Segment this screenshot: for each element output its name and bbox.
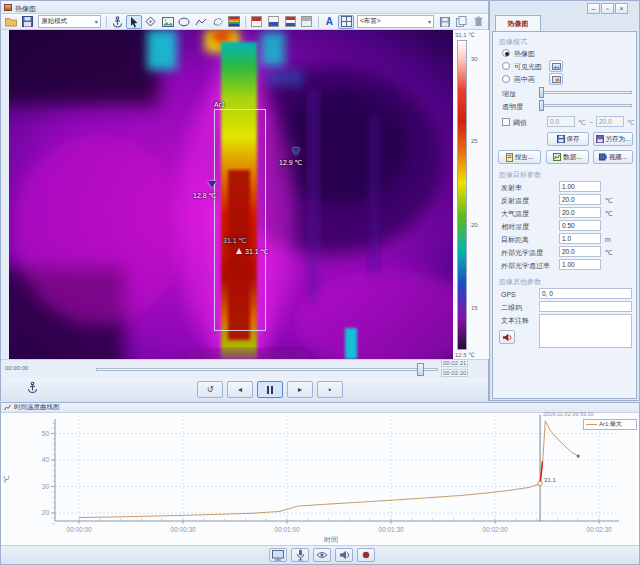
voice-note-button[interactable] (499, 330, 515, 344)
tab-thermal-image[interactable]: 热像图 (495, 15, 541, 31)
isotherm-below-button[interactable] (266, 15, 282, 29)
temperature-chart[interactable]: 2030405000:00:0000:00:3000:01:0000:01:30… (1, 413, 639, 546)
text-note-label: 文本注释 (501, 317, 529, 324)
stop-button[interactable]: ▪ (317, 381, 343, 398)
step-forward-button[interactable]: ▸ (287, 381, 313, 398)
svg-text:00:01:00: 00:01:00 (274, 526, 300, 533)
radio-visible-light[interactable] (502, 62, 510, 70)
microphone-button[interactable] (291, 548, 309, 562)
param-input-relative-humidity[interactable]: 0.50 (559, 220, 601, 231)
panel-restore-button[interactable]: ▫ (601, 3, 614, 14)
param-label-object-distance: 目标距离 (501, 236, 529, 243)
anchor-tool-button[interactable] (110, 15, 126, 29)
panel-content: 图像模式 热像图 可见光图 画中画 缩放 透明度 阈值 0.0 ℃ ~ 20.0… (492, 31, 637, 399)
panel-pin-button[interactable]: – (587, 3, 600, 14)
radio-thermal[interactable] (502, 49, 510, 57)
area-max-marker-icon (236, 248, 242, 254)
isotherm-off-button[interactable] (299, 15, 315, 29)
palette-button[interactable] (226, 15, 242, 29)
radio-picture-in-picture-label: 画中画 (514, 76, 535, 83)
grid-layout-button[interactable] (338, 15, 354, 29)
object-params-header: 图像目标参数 (499, 171, 541, 178)
eye-button[interactable] (313, 548, 331, 562)
param-input-external-optics-temp[interactable]: 20.0 (559, 246, 601, 257)
ellipse-tool-button[interactable] (176, 15, 192, 29)
text-note-input[interactable] (539, 314, 632, 348)
save-as-button[interactable]: 另存为... (593, 132, 633, 146)
speaker-button[interactable] (335, 548, 353, 562)
thermal-window-titlebar: 热像图 (1, 1, 488, 14)
param-input-object-distance[interactable]: 1.0 (559, 233, 601, 244)
video-button[interactable]: 视频... (593, 150, 633, 164)
colorbar-tick-20: 20 (471, 222, 478, 228)
param-unit: ℃ (605, 210, 613, 217)
param-unit: m (605, 236, 611, 243)
pointer-tool-button[interactable] (126, 15, 142, 29)
colorbar-tick-15: 15 (471, 305, 478, 311)
image-mode-header: 图像模式 (499, 38, 527, 45)
timeline-end-time-2: 00:02:20 (441, 369, 468, 377)
threshold-high-input[interactable]: 20.0 (596, 116, 624, 127)
svg-text:时间: 时间 (324, 536, 338, 544)
measurement-area-ar1[interactable] (214, 109, 266, 331)
timeline-end-time-1: 00:02:21 (441, 359, 468, 367)
text-annotation-button[interactable]: A (322, 15, 338, 29)
polygon-tool-button[interactable] (210, 15, 226, 29)
svg-text:31.1: 31.1 (544, 477, 556, 483)
opacity-slider-thumb[interactable] (539, 100, 544, 111)
param-input-emissivity[interactable]: 1.00 (559, 181, 601, 192)
threshold-low-input[interactable]: 0.0 (547, 116, 575, 127)
delete-layout-button[interactable] (470, 15, 486, 29)
pause-button[interactable] (257, 381, 283, 398)
timeline-track[interactable] (96, 368, 438, 371)
pip-picker-button[interactable] (549, 73, 563, 85)
isotherm-interval-button[interactable] (282, 15, 298, 29)
colorbar-gradient[interactable] (457, 40, 467, 350)
colorbar-max-label: 31.1 ℃ (455, 32, 475, 38)
zoom-slider-thumb[interactable] (539, 87, 544, 98)
polyline-tool-button[interactable] (193, 15, 209, 29)
svg-text:00:02:00: 00:02:00 (482, 526, 508, 533)
svg-text:20: 20 (42, 509, 50, 516)
chart-window-icon (4, 404, 11, 412)
thermal-image[interactable]: Ar1 12.8 ℃ 12.9 ℃ 31.1 ℃ 31.1 ℃ (9, 30, 453, 359)
zoom-slider-track[interactable] (539, 91, 632, 94)
snapshot-button[interactable] (269, 548, 287, 562)
save-layout-button[interactable] (437, 15, 453, 29)
param-input-reflected-temp[interactable]: 20.0 (559, 194, 601, 205)
radio-picture-in-picture[interactable] (502, 75, 510, 83)
svg-text:00:02:30: 00:02:30 (586, 526, 612, 533)
param-input-atmospheric-temp[interactable]: 20.0 (559, 207, 601, 218)
visible-image-picker-button[interactable] (549, 60, 563, 72)
opacity-slider-track[interactable] (539, 104, 632, 107)
area-max-marker-value: 31.1 ℃ (245, 248, 268, 255)
data-button[interactable]: 数据... (546, 150, 589, 164)
open-file-button[interactable] (3, 15, 19, 29)
threshold-checkbox[interactable] (502, 118, 510, 126)
panel-close-button[interactable]: × (615, 3, 628, 14)
qr-code-input[interactable] (539, 301, 632, 312)
save-button[interactable]: 保存 (547, 132, 589, 146)
timeline-thumb[interactable] (417, 363, 424, 376)
radio-visible-light-label: 可见光图 (514, 63, 542, 70)
gps-input[interactable]: 0, 0 (539, 288, 632, 299)
spot-tool-button[interactable] (143, 15, 159, 29)
record-button[interactable] (357, 548, 375, 562)
svg-text:00:01:30: 00:01:30 (378, 526, 404, 533)
param-unit: ℃ (605, 249, 613, 256)
step-back-button[interactable]: ◂ (227, 381, 253, 398)
copy-layout-button[interactable] (454, 15, 470, 29)
report-button[interactable]: 报告... (498, 150, 541, 164)
replay-button[interactable]: ↺ (197, 381, 223, 398)
chart-cursor-date: 2016-11-02 09:59:10 (543, 412, 594, 418)
spot-marker-right-icon[interactable] (292, 148, 300, 155)
save-file-button[interactable] (20, 15, 36, 29)
colorbar-tick-30: 30 (471, 56, 478, 62)
param-input-external-optics-transmission[interactable]: 1.00 (559, 259, 601, 270)
isotherm-above-button[interactable] (249, 15, 265, 29)
layout-select[interactable]: <布置>▾ (357, 15, 434, 28)
mode-select[interactable]: 原始模式▾ (38, 15, 101, 28)
chart-window-title: 时间温度曲线图 (14, 403, 60, 412)
rectangle-tool-button[interactable] (160, 15, 176, 29)
spot-marker-left-icon[interactable] (208, 181, 216, 188)
